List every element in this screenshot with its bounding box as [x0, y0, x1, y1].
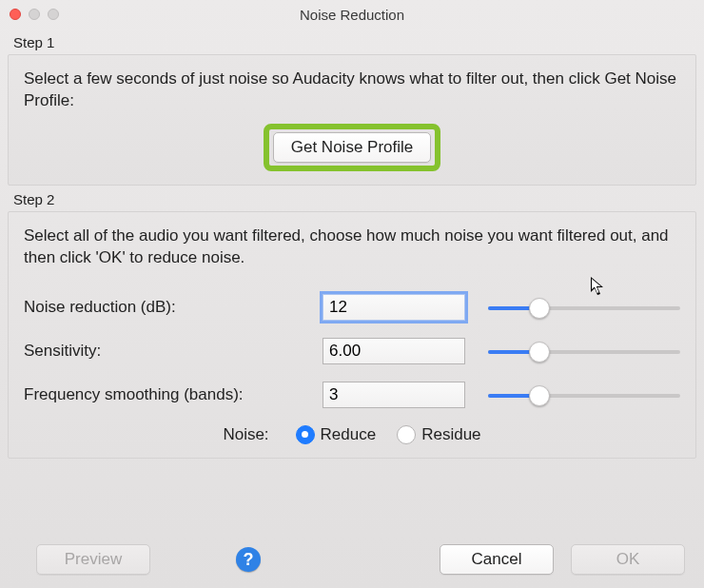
sensitivity-label: Sensitivity: — [24, 342, 309, 361]
tutorial-highlight: Get Noise Profile — [264, 124, 441, 171]
step2-label: Step 2 — [13, 191, 704, 207]
preview-button[interactable]: Preview — [36, 544, 150, 575]
help-icon[interactable]: ? — [236, 547, 261, 572]
window-controls — [10, 9, 59, 20]
noise-reduction-row: Noise reduction (dB): — [24, 294, 680, 321]
zoom-icon[interactable] — [48, 9, 59, 20]
minimize-icon[interactable] — [29, 9, 40, 20]
title-bar: Noise Reduction — [0, 0, 704, 29]
freq-smoothing-label: Frequency smoothing (bands): — [24, 385, 309, 404]
step1-label: Step 1 — [13, 34, 704, 50]
freq-smoothing-input[interactable] — [323, 382, 465, 408]
step2-panel: Select all of the audio you want filtere… — [8, 211, 696, 459]
sensitivity-row: Sensitivity: — [24, 338, 680, 364]
freq-smoothing-slider[interactable] — [488, 385, 680, 404]
step2-instructions: Select all of the audio you want filtere… — [24, 225, 680, 269]
sensitivity-input[interactable] — [323, 338, 465, 364]
noise-mode-label: Noise: — [223, 425, 268, 444]
window-title: Noise Reduction — [0, 7, 704, 23]
noise-reduction-label: Noise reduction (dB): — [24, 298, 309, 317]
freq-smoothing-row: Frequency smoothing (bands): — [24, 382, 680, 408]
radio-reduce-label: Reduce — [321, 425, 377, 444]
radio-reduce[interactable]: Reduce — [296, 425, 377, 444]
noise-mode-row: Noise: Reduce Residue — [24, 425, 680, 444]
noise-reduction-input[interactable] — [323, 294, 465, 321]
sensitivity-slider[interactable] — [488, 342, 680, 361]
get-noise-profile-button[interactable]: Get Noise Profile — [273, 132, 432, 163]
cancel-button[interactable]: Cancel — [440, 544, 554, 575]
radio-residue-label: Residue — [421, 425, 480, 444]
dialog-footer: Preview ? Cancel OK — [0, 544, 704, 575]
ok-button[interactable]: OK — [571, 544, 685, 575]
noise-reduction-slider[interactable] — [488, 298, 680, 317]
radio-icon — [296, 425, 315, 444]
close-icon[interactable] — [10, 9, 21, 20]
step1-instructions: Select a few seconds of just noise so Au… — [24, 69, 680, 112]
radio-residue[interactable]: Residue — [397, 425, 480, 444]
step1-panel: Select a few seconds of just noise so Au… — [8, 54, 696, 186]
radio-icon — [397, 425, 416, 444]
